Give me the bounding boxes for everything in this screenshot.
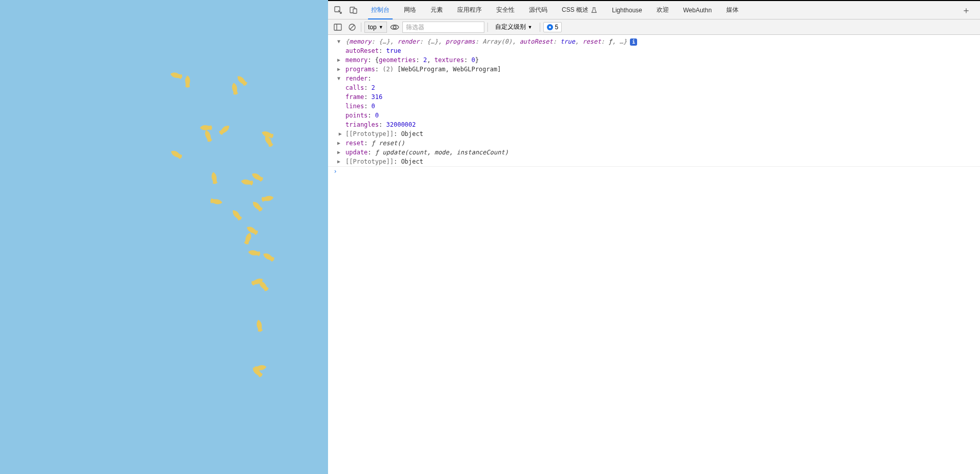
fish-sprite [256, 278, 271, 293]
tab-WebAuthn[interactable]: WebAuthn [676, 1, 719, 19]
sidebar-toggle-icon[interactable] [332, 22, 343, 33]
divider [540, 23, 540, 32]
chevron-down-icon: ▼ [528, 25, 533, 30]
console-line[interactable]: triangles: 32000002 [328, 120, 980, 129]
object-summary[interactable]: ▼{memory: {…}, render: {…}, programs: Ar… [328, 37, 980, 46]
divider [487, 23, 488, 32]
more-tabs-icon[interactable]: ＋ [957, 4, 975, 16]
svg-line-6 [350, 25, 354, 29]
console-line[interactable]: points: 0 [328, 111, 980, 120]
tab-网络[interactable]: 网络 [397, 1, 423, 19]
devtools-tabs: 控制台网络元素应用程序安全性源代码CSS 概述Lighthouse欢迎WebAu… [328, 1, 980, 19]
tab-媒体[interactable]: 媒体 [719, 1, 746, 19]
tab-应用程序[interactable]: 应用程序 [450, 1, 489, 19]
clear-console-icon[interactable] [346, 22, 358, 33]
console-line[interactable]: ▶memory: {geometries: 2, textures: 0} [328, 55, 980, 65]
fish-sprite [210, 170, 219, 186]
console-line[interactable]: ▶[[Prototype]]: Object [328, 157, 980, 166]
fish-sprite [184, 74, 191, 89]
console-prompt[interactable]: › [328, 166, 980, 176]
console-toolbar: top ▼ 自定义级别 ▼ 5 [328, 19, 980, 35]
fish-sprite [230, 207, 244, 223]
tab-元素[interactable]: 元素 [423, 1, 450, 19]
devtools-panel: 控制台网络元素应用程序安全性源代码CSS 概述Lighthouse欢迎WebAu… [328, 0, 980, 474]
fish-sprite [247, 248, 262, 258]
log-level-label: 自定义级别 [495, 23, 526, 31]
device-toggle-icon[interactable] [349, 5, 359, 15]
divider [361, 23, 361, 32]
tab-CSS 概述[interactable]: CSS 概述 [555, 1, 605, 19]
fish-sprite [260, 194, 275, 204]
issues-badge[interactable]: 5 [543, 22, 562, 32]
issues-count: 5 [555, 24, 559, 31]
live-expression-icon[interactable] [390, 23, 399, 32]
tab-安全性[interactable]: 安全性 [489, 1, 522, 19]
context-value: top [368, 24, 377, 31]
fish-sprite [230, 81, 240, 96]
console-line[interactable]: ▶reset: ƒ reset() [328, 139, 980, 148]
fish-sprite [255, 318, 264, 333]
fish-sprite [239, 177, 255, 187]
tab-源代码[interactable]: 源代码 [522, 1, 555, 19]
fish-sprite [168, 148, 184, 161]
flask-icon [590, 7, 598, 14]
console-line[interactable]: ▶[[Prototype]]: Object [328, 129, 980, 139]
fish-sprite [209, 197, 224, 207]
prompt-arrow-icon: › [330, 168, 340, 175]
tab-Lighthouse[interactable]: Lighthouse [605, 1, 649, 19]
console-line[interactable]: ▶programs: (2) [WebGLProgram, WebGLProgr… [328, 65, 980, 74]
tab-欢迎[interactable]: 欢迎 [649, 1, 676, 19]
console-line[interactable]: frame: 316 [328, 92, 980, 102]
issue-dot-icon [547, 24, 553, 30]
console-line[interactable]: ▼render: [328, 74, 980, 83]
fish-sprite [217, 123, 232, 137]
console-line[interactable]: ▶update: ƒ update(count, mode, instanceC… [328, 148, 980, 157]
inspect-element-icon[interactable] [333, 5, 343, 15]
svg-rect-2 [353, 9, 357, 13]
console-output: ▼{memory: {…}, render: {…}, programs: Ar… [328, 35, 980, 474]
context-selector[interactable]: top ▼ [364, 22, 387, 33]
webgl-canvas [0, 0, 328, 474]
fish-sprite [260, 250, 276, 264]
log-level-select[interactable]: 自定义级别 ▼ [491, 23, 537, 31]
filter-input[interactable] [402, 22, 484, 33]
fish-sprite [169, 70, 185, 81]
console-line[interactable]: lines: 0 [328, 102, 980, 111]
info-badge-icon: i [630, 38, 637, 46]
svg-rect-3 [334, 24, 341, 30]
console-line[interactable]: calls: 2 [328, 83, 980, 92]
svg-point-7 [393, 26, 396, 29]
console-line[interactable]: autoReset: true [328, 46, 980, 55]
tab-控制台[interactable]: 控制台 [364, 1, 397, 19]
chevron-down-icon: ▼ [379, 25, 383, 30]
